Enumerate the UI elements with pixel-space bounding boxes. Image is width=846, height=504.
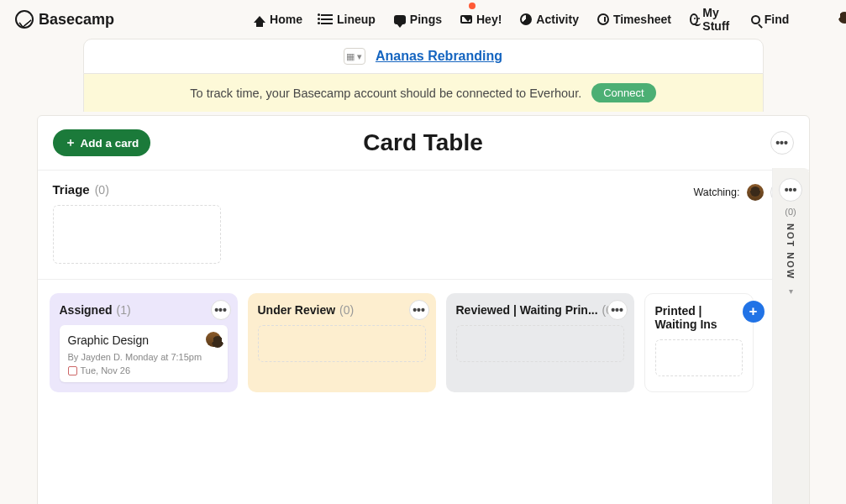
column-menu-button[interactable]: ••• (409, 300, 429, 320)
top-nav: Basecamp Home Lineup Pings Hey! Activity… (0, 0, 846, 39)
card-byline: By Jayden D. Monday at 7:15pm (68, 352, 219, 362)
connect-button[interactable]: Connect (591, 83, 655, 102)
nav-mystuff-label: My Stuff (702, 6, 732, 33)
nav-hey-label: Hey! (476, 13, 502, 26)
card-assignee-avatar (206, 332, 221, 347)
nav-hey[interactable]: Hey! (460, 6, 502, 33)
triage-count: (0) (95, 183, 109, 197)
not-now-label: NOT NOW (786, 223, 796, 280)
nav-find-label: Find (765, 13, 790, 26)
nav-timesheet[interactable]: Timesheet (597, 6, 671, 33)
chat-icon (394, 15, 406, 24)
column-dropzone[interactable] (258, 325, 426, 362)
not-now-menu-button[interactable]: ••• (779, 178, 802, 202)
home-icon (254, 16, 265, 23)
not-now-count: (0) (785, 207, 796, 217)
lineup-icon (321, 18, 333, 20)
notification-dot-icon (469, 3, 476, 9)
add-card-label: Add a card (81, 137, 139, 150)
board-title: Card Table (363, 129, 483, 156)
search-icon (751, 15, 760, 24)
column-name: Reviewed | Waiting Prin... (456, 303, 598, 317)
clock-icon (597, 13, 609, 25)
add-column-button[interactable]: + (743, 301, 765, 323)
column-menu-button[interactable]: ••• (211, 300, 231, 320)
connect-banner: To track time, your Basecamp account sho… (83, 74, 764, 112)
column-count: (0) (339, 303, 354, 317)
column-printed: Printed | Waiting Ins + (644, 293, 754, 392)
triage-section: Triage (0) Watching: ••• (38, 171, 809, 280)
nav-find[interactable]: Find (751, 6, 790, 33)
nav-mystuff[interactable]: My Stuff (690, 6, 733, 33)
card-table-board: ＋ Add a card Card Table ••• Triage (0) W… (37, 115, 810, 504)
card-title: Graphic Design (68, 333, 219, 347)
add-card-button[interactable]: ＋ Add a card (53, 129, 151, 156)
smile-icon (690, 13, 698, 25)
column-menu-button[interactable]: ••• (607, 300, 628, 320)
column-name: Under Review (258, 303, 336, 317)
inbox-icon (460, 15, 472, 24)
nav-home[interactable]: Home (254, 6, 302, 33)
not-now-rail[interactable]: ••• (0) NOT NOW ▾ (772, 168, 809, 504)
column-name: Printed | Waiting Ins (655, 304, 743, 331)
brand[interactable]: Basecamp (15, 10, 114, 29)
column-assigned: Assigned (1) ••• Graphic Design By Jayde… (50, 293, 238, 392)
basecamp-logo-icon (15, 10, 34, 29)
nav-lineup[interactable]: Lineup (321, 6, 376, 33)
card-graphic-design[interactable]: Graphic Design By Jayden D. Monday at 7:… (60, 325, 228, 382)
watching-label: Watching: (693, 186, 739, 198)
columns-area: Assigned (1) ••• Graphic Design By Jayde… (38, 280, 809, 406)
activity-icon (520, 13, 532, 25)
plus-icon: ＋ (65, 135, 76, 150)
chevron-down-icon: ▾ (789, 286, 793, 296)
board-menu-button[interactable]: ••• (770, 131, 794, 155)
column-under-review: Under Review (0) ••• (248, 293, 436, 392)
triage-dropzone[interactable] (53, 205, 221, 264)
project-bar: ▦ ▾ Ananas Rebranding (83, 39, 764, 74)
nav-pings-label: Pings (410, 13, 442, 26)
nav-pings[interactable]: Pings (394, 6, 442, 33)
brand-name: Basecamp (39, 11, 114, 29)
column-dropzone[interactable] (456, 325, 624, 362)
card-due-text: Tue, Nov 26 (81, 365, 131, 375)
nav-lineup-label: Lineup (337, 13, 376, 26)
view-toggle-button[interactable]: ▦ ▾ (344, 48, 365, 65)
column-reviewed: Reviewed | Waiting Prin... (0) ••• (446, 293, 634, 392)
nav-timesheet-label: Timesheet (613, 13, 671, 26)
card-due: Tue, Nov 26 (68, 365, 219, 375)
calendar-icon (68, 366, 77, 375)
column-dropzone[interactable] (655, 339, 743, 376)
nav-activity[interactable]: Activity (520, 6, 579, 33)
board-header: ＋ Add a card Card Table ••• (38, 116, 809, 171)
nav-items: Home Lineup Pings Hey! Activity Timeshee… (254, 6, 789, 33)
column-count: (1) (117, 303, 131, 317)
nav-home-label: Home (270, 13, 302, 26)
nav-activity-label: Activity (536, 13, 579, 26)
watcher-avatar[interactable] (747, 184, 764, 201)
connect-message: To track time, your Basecamp account sho… (190, 87, 581, 100)
column-name: Assigned (60, 303, 113, 317)
project-link[interactable]: Ananas Rebranding (376, 49, 502, 64)
triage-name: Triage (53, 182, 90, 197)
